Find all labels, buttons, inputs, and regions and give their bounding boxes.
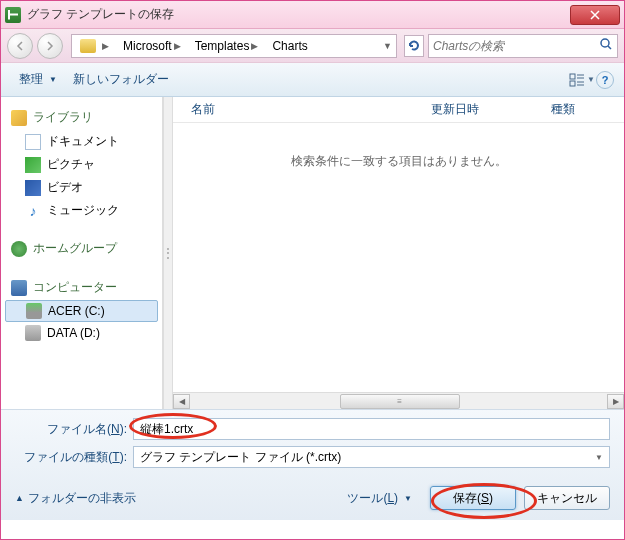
breadcrumb-label: Charts [272, 39, 307, 53]
sidebar-group-homegroup: ホームグループ [1, 236, 162, 261]
empty-message: 検索条件に一致する項目はありません。 [173, 123, 624, 200]
chevron-down-icon: ▼ [49, 75, 57, 84]
chevron-right-icon: ▶ [249, 41, 260, 51]
organize-label: 整理 [19, 71, 43, 88]
horizontal-scrollbar[interactable]: ◀ ≡ ▶ [173, 392, 624, 409]
filename-input[interactable] [133, 418, 610, 440]
new-folder-button[interactable]: 新しいフォルダー [65, 67, 177, 92]
organize-button[interactable]: 整理 ▼ [11, 67, 65, 92]
filetype-row: ファイルの種類(T): グラフ テンプレート ファイル (*.crtx) ▼ [15, 446, 610, 468]
filetype-value: グラフ テンプレート ファイル (*.crtx) [140, 449, 341, 466]
view-icon [569, 73, 585, 87]
sidebar-item-label: ビデオ [47, 179, 83, 196]
titlebar: グラフ テンプレートの保存 [1, 1, 624, 29]
hide-folders-label: フォルダーの非表示 [28, 490, 136, 507]
sidebar-header-homegroup[interactable]: ホームグループ [1, 236, 162, 261]
breadcrumb-root[interactable]: ▶ [74, 35, 117, 57]
column-headers: 名前 更新日時 種類 [173, 97, 624, 123]
drive-icon [26, 303, 42, 319]
app-icon [5, 7, 21, 23]
chevron-down-icon: ▼ [404, 494, 412, 503]
svg-point-0 [601, 39, 609, 47]
scroll-right-button[interactable]: ▶ [607, 394, 624, 409]
pictures-icon [25, 157, 41, 173]
breadcrumb-label: Templates [195, 39, 250, 53]
new-folder-label: 新しいフォルダー [73, 71, 169, 88]
search-input[interactable] [433, 39, 599, 53]
close-icon [590, 10, 600, 20]
chevron-right-icon: ▶ [100, 41, 111, 51]
filename-label: ファイル名(N): [15, 421, 127, 438]
sidebar-item-pictures[interactable]: ピクチャ [1, 153, 162, 176]
sidebar-header-libraries[interactable]: ライブラリ [1, 105, 162, 130]
breadcrumb-charts[interactable]: Charts [266, 35, 313, 57]
save-button[interactable]: 保存(S) [430, 486, 516, 510]
back-button[interactable] [7, 33, 33, 59]
chevron-up-icon: ▲ [15, 493, 24, 503]
sidebar-item-label: ACER (C:) [48, 304, 105, 318]
sidebar-item-documents[interactable]: ドキュメント [1, 130, 162, 153]
scroll-track[interactable]: ≡ [190, 394, 607, 409]
homegroup-icon [11, 241, 27, 257]
sidebar-item-label: DATA (D:) [47, 326, 100, 340]
svg-rect-2 [570, 81, 575, 86]
filetype-label: ファイルの種類(T): [15, 449, 127, 466]
window-title: グラフ テンプレートの保存 [27, 6, 570, 23]
refresh-icon [408, 40, 420, 52]
scroll-left-button[interactable]: ◀ [173, 394, 190, 409]
sidebar-group-computer: コンピューター ACER (C:) DATA (D:) [1, 275, 162, 344]
sidebar-header-computer[interactable]: コンピューター [1, 275, 162, 300]
toolbar: 整理 ▼ 新しいフォルダー ▼ ? [1, 63, 624, 97]
navigation-bar: ▶ Microsoft ▶ Templates ▶ Charts ▼ [1, 29, 624, 63]
content-area: 名前 更新日時 種類 検索条件に一致する項目はありません。 ◀ ≡ ▶ [173, 97, 624, 409]
filetype-select[interactable]: グラフ テンプレート ファイル (*.crtx) ▼ [133, 446, 610, 468]
button-row: ▲ フォルダーの非表示 ツール(L) ▼ 保存(S) キャンセル [15, 486, 610, 510]
help-button[interactable]: ? [596, 71, 614, 89]
body: ライブラリ ドキュメント ピクチャ ビデオ ♪ ミュージック [1, 97, 624, 409]
document-icon [25, 134, 41, 150]
sidebar-header-label: ホームグループ [33, 240, 117, 257]
column-header-date[interactable]: 更新日時 [421, 101, 541, 118]
sidebar-item-drive-c[interactable]: ACER (C:) [5, 300, 158, 322]
refresh-button[interactable] [404, 35, 424, 57]
forward-arrow-icon [44, 40, 56, 52]
scroll-thumb[interactable]: ≡ [340, 394, 460, 409]
save-dialog-window: グラフ テンプレートの保存 ▶ Microsoft ▶ Templates ▶ [0, 0, 625, 540]
filename-row: ファイル名(N): [15, 418, 610, 440]
breadcrumb-microsoft[interactable]: Microsoft ▶ [117, 35, 189, 57]
breadcrumb-templates[interactable]: Templates ▶ [189, 35, 267, 57]
chevron-down-icon: ▼ [587, 75, 595, 84]
view-button[interactable]: ▼ [568, 68, 596, 92]
sidebar-item-music[interactable]: ♪ ミュージック [1, 199, 162, 222]
breadcrumb-label: Microsoft [123, 39, 172, 53]
sidebar-item-drive-d[interactable]: DATA (D:) [1, 322, 162, 344]
forward-button[interactable] [37, 33, 63, 59]
chevron-down-icon: ▼ [595, 453, 603, 462]
sidebar-item-label: ドキュメント [47, 133, 119, 150]
search-box[interactable] [428, 34, 618, 58]
column-header-name[interactable]: 名前 [181, 101, 421, 118]
close-button[interactable] [570, 5, 620, 25]
splitter[interactable] [163, 97, 173, 409]
bottom-panel: ファイル名(N): ファイルの種類(T): グラフ テンプレート ファイル (*… [1, 409, 624, 520]
sidebar-item-label: ミュージック [47, 202, 119, 219]
computer-icon [11, 280, 27, 296]
tools-button[interactable]: ツール(L) ▼ [347, 490, 412, 507]
breadcrumb-bar[interactable]: ▶ Microsoft ▶ Templates ▶ Charts ▼ [71, 34, 397, 58]
drive-icon [25, 325, 41, 341]
svg-rect-1 [570, 74, 575, 79]
sidebar-header-label: コンピューター [33, 279, 117, 296]
cancel-button[interactable]: キャンセル [524, 486, 610, 510]
video-icon [25, 180, 41, 196]
back-arrow-icon [14, 40, 26, 52]
chevron-down-icon[interactable]: ▼ [381, 41, 394, 51]
column-header-type[interactable]: 種類 [541, 101, 585, 118]
sidebar-item-videos[interactable]: ビデオ [1, 176, 162, 199]
sidebar: ライブラリ ドキュメント ピクチャ ビデオ ♪ ミュージック [1, 97, 163, 409]
music-icon: ♪ [25, 203, 41, 219]
sidebar-item-label: ピクチャ [47, 156, 95, 173]
libraries-icon [11, 110, 27, 126]
sidebar-group-libraries: ライブラリ ドキュメント ピクチャ ビデオ ♪ ミュージック [1, 105, 162, 222]
search-icon[interactable] [599, 37, 613, 54]
hide-folders-button[interactable]: ▲ フォルダーの非表示 [15, 490, 136, 507]
